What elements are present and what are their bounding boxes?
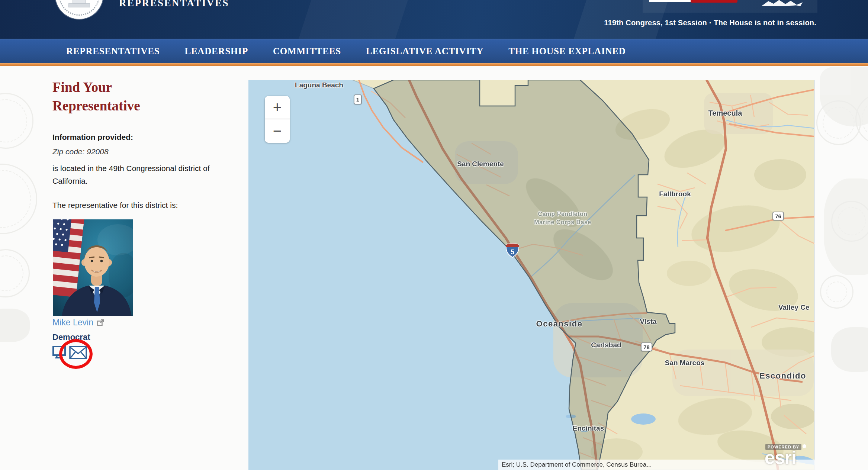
map-label-san-marcos: San Marcos xyxy=(665,359,705,367)
rep-intro-text: The representative for this district is: xyxy=(52,201,178,210)
website-icon[interactable] xyxy=(52,346,67,358)
rep-contact-icons xyxy=(52,346,87,359)
zoom-in-button[interactable]: + xyxy=(265,96,290,119)
map-label-encinitas: Encinitas xyxy=(573,424,604,432)
nav-house-explained[interactable]: THE HOUSE EXPLAINED xyxy=(508,46,626,57)
rep-name-link[interactable]: Mike Levin xyxy=(52,318,93,328)
map-label-laguna-beach: Laguna Beach xyxy=(295,81,343,89)
eagle-icon xyxy=(759,0,803,7)
search-input[interactable] xyxy=(649,0,691,2)
map-label-carlsbad: Carlsbad xyxy=(591,341,621,349)
nav-legislative-activity[interactable]: LEGISLATIVE ACTIVITY xyxy=(366,46,483,57)
left-watermark-engraving xyxy=(0,86,52,346)
email-icon[interactable] xyxy=(69,346,87,359)
nav-leadership[interactable]: LEADERSHIP xyxy=(184,46,248,57)
external-link-icon[interactable] xyxy=(97,319,104,326)
zip-code-line: Zip code: 92008 xyxy=(52,147,109,156)
route-76-shield: 76 xyxy=(772,212,784,220)
esri-globe-dot xyxy=(803,444,806,448)
main-nav: REPRESENTATIVES LEADERSHIP COMMITTEES LE… xyxy=(0,39,868,63)
site-header: REPRESENTATIVES 119th Congress, 1st Sess… xyxy=(0,0,868,39)
esri-wordmark: esri xyxy=(765,447,796,469)
search-button[interactable] xyxy=(691,0,737,3)
route-1-shield: 1 xyxy=(354,94,362,104)
svg-text:5: 5 xyxy=(511,248,514,256)
nav-accent-bar xyxy=(0,63,868,66)
map-zoom-control: + − xyxy=(265,96,290,143)
district-result-text: is located in the 49th Congressional dis… xyxy=(52,162,210,187)
map-label-valley-center: Valley Ce xyxy=(778,303,809,312)
map-label-camp-pendleton-line2: Marine Corps Base xyxy=(534,219,591,226)
info-provided-label: Information provided: xyxy=(52,133,133,142)
map-label-san-clemente: San Clemente xyxy=(457,160,504,168)
map-canvas xyxy=(248,80,814,470)
capitol-building-icon xyxy=(73,0,86,3)
right-watermark-engraving xyxy=(820,67,868,439)
map-label-temecula: Temecula xyxy=(708,109,742,118)
session-status: 119th Congress, 1st Session · The House … xyxy=(604,19,816,27)
rep-portrait xyxy=(53,219,133,316)
header-flag-streak xyxy=(299,0,408,39)
interstate-5-shield: 5 xyxy=(505,242,520,258)
map-label-camp-pendleton-line1: Camp Pendleton xyxy=(538,211,587,218)
route-78-shield: 78 xyxy=(641,342,652,351)
capitol-base-icon xyxy=(68,3,90,7)
house-seal-logo[interactable] xyxy=(55,0,103,19)
logo-wordmark: REPRESENTATIVES xyxy=(119,0,229,9)
map-label-escondido: Escondido xyxy=(759,371,806,381)
nav-committees[interactable]: COMMITTEES xyxy=(273,46,341,57)
map-label-oceanside: Oceanside xyxy=(536,319,583,329)
page: REPRESENTATIVES 119th Congress, 1st Sess… xyxy=(0,0,868,470)
rep-name-row: Mike Levin xyxy=(52,318,104,328)
rep-party: Democrat xyxy=(52,332,90,342)
map-label-fallbrook: Fallbrook xyxy=(659,190,691,198)
page-title: Find Your Representative xyxy=(52,78,175,115)
zoom-out-button[interactable]: − xyxy=(265,119,290,143)
district-map[interactable]: Laguna Beach San Clemente Temecula Fallb… xyxy=(248,80,814,470)
map-label-vista: Vista xyxy=(640,318,656,326)
nav-representatives[interactable]: REPRESENTATIVES xyxy=(66,46,160,57)
esri-logo: POWERED BY esri xyxy=(761,442,814,470)
